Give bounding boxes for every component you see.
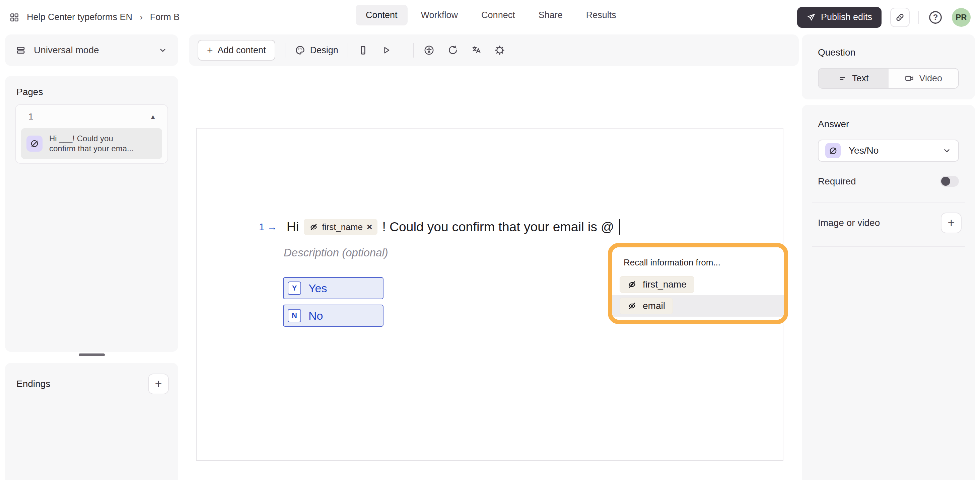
answer-type-label: Yes/No	[849, 145, 878, 156]
choice-no-label: No	[309, 309, 323, 322]
image-or-video-row: Image or video +	[818, 213, 962, 233]
section-divider	[812, 246, 965, 247]
breadcrumb: Help Center typeforms EN › Form B	[10, 0, 180, 35]
publish-edits-label: Publish edits	[821, 12, 872, 22]
copy-link-button[interactable]	[890, 8, 910, 27]
link-icon	[895, 13, 905, 22]
eye-off-icon	[309, 223, 318, 232]
avatar[interactable]: PR	[952, 8, 970, 27]
translate-icon[interactable]	[471, 45, 482, 56]
topbar-divider	[918, 11, 919, 24]
mode-selector[interactable]: Universal mode	[5, 35, 178, 66]
panel-resize-handle[interactable]	[79, 353, 105, 356]
text-lines-icon	[838, 74, 847, 83]
answer-choices: Y Yes N No	[283, 277, 383, 327]
help-button[interactable]: ?	[928, 10, 943, 25]
breadcrumb-separator: ›	[140, 12, 143, 22]
accessibility-button[interactable]	[423, 45, 435, 56]
design-button[interactable]: Design	[295, 45, 338, 56]
workspace-grid-icon[interactable]	[10, 13, 19, 22]
settings-gear-icon[interactable]	[494, 45, 505, 56]
add-content-button[interactable]: + Add content	[197, 40, 275, 60]
topbar-right-cluster: Publish edits ? PR	[797, 0, 970, 35]
breadcrumb-workspace[interactable]: Help Center typeforms EN	[27, 12, 132, 22]
tab-results[interactable]: Results	[576, 5, 626, 25]
section-divider	[812, 202, 965, 202]
main-nav-tabs: Content Workflow Connect Share Results	[356, 5, 626, 25]
toolbar-divider	[348, 43, 348, 57]
page-item-label: Hi ___! Could you confirm that your ema.…	[49, 134, 134, 154]
toggle-knob	[941, 177, 950, 186]
form-canvas[interactable]: 1 → Hi first_name × ! Could you confirm …	[196, 128, 783, 461]
add-ending-button[interactable]: +	[148, 374, 169, 394]
choice-yes-label: Yes	[309, 282, 327, 295]
design-label: Design	[310, 45, 338, 56]
question-suffix: ! Could you confirm that your email is @	[382, 219, 614, 234]
collapse-group-icon[interactable]: ▲	[150, 113, 156, 121]
page-group-number: 1	[29, 111, 33, 122]
choice-no[interactable]: N No	[283, 305, 383, 327]
tab-share[interactable]: Share	[528, 5, 573, 25]
required-row: Required	[818, 176, 959, 187]
question-row: 1 → Hi first_name × ! Could you confirm …	[259, 219, 620, 235]
chevron-down-icon	[158, 46, 167, 55]
recall-menu-title: Recall information from...	[624, 257, 784, 268]
recall-item-chip: first_name	[620, 276, 694, 293]
publish-edits-button[interactable]: Publish edits	[797, 7, 881, 28]
video-camera-icon	[904, 73, 914, 83]
recall-menu: Recall information from... first_name	[612, 247, 784, 319]
recall-menu-item-email[interactable]: email	[612, 295, 784, 317]
recall-menu-highlight-annotation: Recall information from... first_name	[608, 243, 788, 324]
image-or-video-label: Image or video	[818, 218, 880, 228]
text-cursor	[619, 219, 620, 235]
eye-off-icon	[627, 301, 637, 311]
eye-off-icon	[627, 280, 637, 289]
question-settings-panel: Question Text Video	[802, 35, 975, 99]
add-content-label: Add content	[218, 45, 266, 56]
version-history-icon[interactable]	[447, 45, 458, 56]
pages-panel: Pages 1 ▲ Hi ___! Could you confirm that…	[5, 76, 178, 352]
yesno-question-icon	[825, 143, 841, 158]
mobile-preview-button[interactable]	[358, 45, 368, 56]
breadcrumb-form-name[interactable]: Form B	[150, 12, 180, 22]
plus-icon: +	[155, 377, 162, 391]
recall-menu-item-first-name[interactable]: first_name	[612, 274, 784, 295]
svg-text:?: ?	[933, 13, 938, 22]
endings-panel: Endings +	[5, 363, 178, 480]
send-icon	[807, 13, 816, 22]
question-media-toggle: Text Video	[818, 68, 959, 89]
key-hint-n: N	[288, 309, 301, 322]
page-list-item[interactable]: Hi ___! Could you confirm that your ema.…	[21, 128, 162, 159]
key-hint-y: Y	[288, 281, 301, 295]
required-toggle[interactable]	[940, 176, 959, 187]
tab-text[interactable]: Text	[819, 68, 889, 88]
mode-selector-label: Universal mode	[34, 45, 99, 56]
chip-close-icon[interactable]: ×	[367, 222, 372, 232]
required-label: Required	[818, 176, 856, 187]
recall-item-chip: email	[620, 297, 673, 314]
universal-mode-icon	[16, 45, 26, 55]
tab-connect[interactable]: Connect	[471, 5, 525, 25]
answer-settings-panel: Answer Yes/No Required Image or video +	[802, 105, 975, 480]
question-title[interactable]: Hi first_name × ! Could you confirm that…	[287, 219, 620, 235]
tab-workflow[interactable]: Workflow	[411, 5, 468, 25]
page-group-header: 1 ▲	[16, 105, 167, 122]
recall-variable-chip[interactable]: first_name ×	[304, 219, 378, 235]
editor-toolbar: + Add content Design	[189, 35, 799, 66]
recall-variable-name: first_name	[322, 222, 363, 232]
endings-header: Endings +	[5, 363, 178, 394]
question-section-title: Question	[818, 47, 855, 58]
tab-video[interactable]: Video	[889, 68, 959, 88]
description-placeholder[interactable]: Description (optional)	[284, 246, 388, 259]
arrow-right-icon: →	[267, 221, 277, 233]
preview-play-button[interactable]	[381, 45, 391, 55]
add-image-or-video-button[interactable]: +	[941, 213, 962, 233]
choice-yes[interactable]: Y Yes	[283, 277, 383, 299]
tab-content[interactable]: Content	[356, 5, 407, 25]
plus-icon: +	[207, 45, 213, 56]
endings-title: Endings	[16, 378, 50, 389]
chevron-down-icon	[942, 146, 951, 155]
avatar-initials: PR	[956, 13, 967, 22]
answer-type-select[interactable]: Yes/No	[818, 140, 959, 162]
plus-icon: +	[948, 216, 955, 230]
